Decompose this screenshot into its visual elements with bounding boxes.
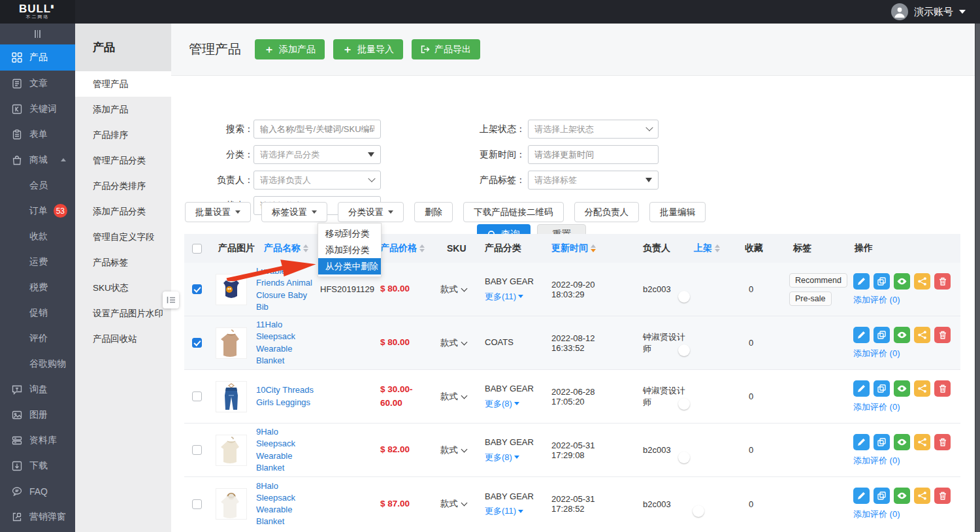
- edit-button[interactable]: [853, 380, 870, 397]
- sku-style-dropdown[interactable]: 款式: [440, 391, 485, 403]
- edit-button[interactable]: [853, 327, 870, 343]
- product-name-link[interactable]: 9Halo Sleepsack Wearable Blanket: [256, 426, 320, 474]
- sku-style-dropdown[interactable]: 款式: [440, 284, 485, 295]
- sku-style-dropdown[interactable]: 款式: [440, 337, 485, 349]
- share-button[interactable]: [914, 380, 930, 397]
- add-review-link[interactable]: 添加评价 (0): [853, 294, 900, 306]
- edit-button[interactable]: [853, 488, 870, 504]
- share-button[interactable]: [914, 488, 930, 504]
- copy-button[interactable]: [874, 434, 890, 450]
- sidebar-item-faq[interactable]: FAQ: [0, 478, 75, 504]
- vertical-scrollbar[interactable]: [975, 24, 980, 532]
- subnav-item-category-sort[interactable]: 产品分类排序: [75, 173, 171, 199]
- download-qr-button[interactable]: 下载产品链接二维码: [463, 202, 564, 222]
- copy-button[interactable]: [874, 488, 890, 504]
- delete-button[interactable]: 删除: [414, 202, 453, 222]
- row-checkbox[interactable]: [192, 338, 202, 348]
- subnav-collapse-button[interactable]: [163, 291, 179, 308]
- product-thumbnail[interactable]: [216, 381, 247, 412]
- edit-button[interactable]: [853, 434, 870, 450]
- subnav-item-recycle-bin[interactable]: 产品回收站: [75, 326, 171, 352]
- delete-row-button[interactable]: [934, 434, 951, 450]
- subnav-item-custom-fields[interactable]: 管理自定义字段: [75, 224, 171, 250]
- sidebar-item-products[interactable]: 产品: [0, 44, 75, 71]
- sidebar-item-library[interactable]: 资料库: [0, 427, 75, 453]
- batch-settings-button[interactable]: 批量设置: [185, 202, 251, 222]
- sidebar-item-albums[interactable]: 图册: [0, 402, 75, 427]
- owner-select[interactable]: 请选择负责人: [253, 171, 381, 190]
- preview-button[interactable]: [894, 488, 910, 504]
- dropdown-item-move-to-category[interactable]: 移动到分类: [318, 225, 381, 242]
- update-time-input[interactable]: [534, 150, 652, 159]
- sidebar-item-taxes[interactable]: 税费: [0, 274, 75, 300]
- sku-style-dropdown[interactable]: 款式: [440, 498, 485, 510]
- logo[interactable]: BULL▘ 不二网络: [0, 0, 75, 24]
- select-all-checkbox[interactable]: [192, 244, 202, 254]
- preview-button[interactable]: [894, 380, 910, 397]
- col-name-sort[interactable]: 产品名称: [256, 242, 320, 254]
- row-checkbox[interactable]: [192, 499, 202, 509]
- col-updated-sort[interactable]: 更新时间: [545, 242, 627, 254]
- product-thumbnail[interactable]: [216, 327, 247, 359]
- share-button[interactable]: [914, 327, 930, 343]
- sidebar-collapse-handle[interactable]: [0, 24, 75, 44]
- preview-button[interactable]: [894, 434, 910, 450]
- delete-row-button[interactable]: [934, 488, 951, 504]
- sidebar-item-marketing-popup[interactable]: 营销弹窗: [0, 504, 75, 529]
- dropdown-item-remove-from-category[interactable]: 从分类中删除: [318, 258, 381, 274]
- product-thumbnail[interactable]: [216, 435, 247, 466]
- subnav-item-manage-categories[interactable]: 管理产品分类: [75, 148, 171, 173]
- preview-button[interactable]: [894, 273, 910, 290]
- subnav-item-add-product[interactable]: 添加产品: [75, 97, 171, 122]
- col-shelf-sort[interactable]: 上架: [687, 242, 737, 254]
- add-review-link[interactable]: 添加评价 (0): [853, 401, 900, 413]
- search-input[interactable]: [260, 124, 374, 134]
- row-checkbox[interactable]: [192, 284, 202, 294]
- sidebar-item-forms[interactable]: 表单: [0, 122, 75, 147]
- shelf-status-select[interactable]: 请选择上架状态: [528, 120, 659, 139]
- copy-button[interactable]: [874, 380, 890, 397]
- preview-button[interactable]: [894, 327, 910, 343]
- add-review-link[interactable]: 添加评价 (0): [853, 348, 900, 359]
- dropdown-item-add-to-category[interactable]: 添加到分类: [318, 242, 381, 258]
- more-categories-link[interactable]: 更多(11): [485, 504, 523, 518]
- product-thumbnail[interactable]: [216, 488, 247, 520]
- delete-row-button[interactable]: [934, 380, 951, 397]
- subnav-item-sku-status[interactable]: SKU状态: [75, 275, 171, 301]
- sidebar-item-inquiries[interactable]: 询盘: [0, 376, 75, 402]
- more-categories-link[interactable]: 更多(11): [485, 290, 523, 304]
- row-checkbox[interactable]: [192, 445, 202, 455]
- product-tag-select[interactable]: 请选择标签: [528, 171, 659, 190]
- product-name-link[interactable]: 8Halo Sleepsack Wearable Blanket: [256, 480, 320, 528]
- product-name-link[interactable]: 10City Threads Girls Leggings: [256, 384, 320, 408]
- row-checkbox[interactable]: [192, 391, 202, 401]
- sidebar-item-orders[interactable]: 订单 53: [0, 198, 75, 224]
- category-settings-button[interactable]: 分类设置: [338, 202, 404, 222]
- sidebar-item-downloads[interactable]: 下载: [0, 453, 75, 478]
- sidebar-item-shipping[interactable]: 运费: [0, 249, 75, 274]
- subnav-item-product-sort[interactable]: 产品排序: [75, 122, 171, 148]
- add-review-link[interactable]: 添加评价 (0): [853, 508, 900, 520]
- product-thumbnail[interactable]: [216, 274, 247, 305]
- subnav-item-product-tags[interactable]: 产品标签: [75, 250, 171, 275]
- sidebar-item-promotions[interactable]: 促销: [0, 300, 75, 325]
- edit-button[interactable]: [853, 273, 870, 290]
- subnav-item-manage-products[interactable]: 管理产品: [75, 71, 171, 97]
- sidebar-item-keywords[interactable]: 关键词: [0, 96, 75, 122]
- product-name-link[interactable]: 11Halo Sleepsack Wearable Blanket: [256, 319, 320, 367]
- sidebar-item-articles[interactable]: 文章: [0, 71, 75, 96]
- account-menu[interactable]: 演示账号: [891, 3, 980, 20]
- share-button[interactable]: [914, 273, 930, 290]
- subnav-item-add-category[interactable]: 添加产品分类: [75, 199, 171, 224]
- share-button[interactable]: [914, 434, 930, 450]
- sidebar-item-reviews[interactable]: 评价: [0, 325, 75, 351]
- col-price-sort[interactable]: 产品价格: [380, 242, 440, 254]
- sidebar-item-members[interactable]: 会员: [0, 173, 75, 198]
- batch-edit-button[interactable]: 批量编辑: [649, 202, 706, 222]
- delete-row-button[interactable]: [934, 327, 951, 343]
- sidebar-item-payments[interactable]: 收款: [0, 224, 75, 249]
- add-product-button[interactable]: ＋ 添加产品: [255, 39, 325, 59]
- sku-style-dropdown[interactable]: 款式: [440, 444, 485, 456]
- copy-button[interactable]: [874, 273, 890, 290]
- more-categories-link[interactable]: 更多(8): [485, 397, 519, 411]
